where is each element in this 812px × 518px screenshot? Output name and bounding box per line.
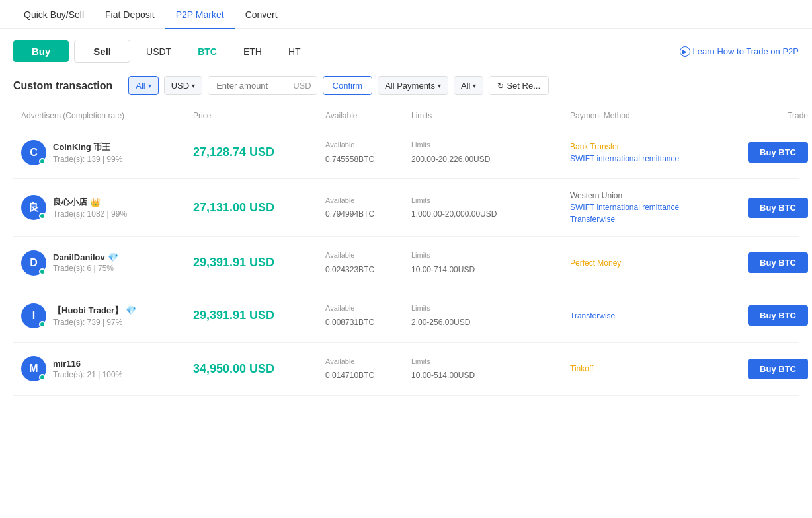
payment-method-item: Bank Transfer xyxy=(570,142,729,151)
chevron-down-icon: ▾ xyxy=(148,82,151,89)
advertiser-cell: C CoinKing 币王 Trade(s): 139 | 99% xyxy=(21,140,193,165)
advertiser-name: CoinKing 币王 xyxy=(53,141,122,153)
online-indicator xyxy=(39,268,46,275)
top-nav: Quick Buy/Sell Fiat Deposit P2P Market C… xyxy=(0,0,812,29)
limits-cell: Limits 10.00-714.00USD xyxy=(411,248,570,277)
table-body: C CoinKing 币王 Trade(s): 139 | 99% 27,128… xyxy=(13,126,799,396)
chevron-down-icon: ▾ xyxy=(438,82,441,89)
online-indicator xyxy=(39,158,46,165)
buy-btc-button[interactable]: Buy BTC xyxy=(748,359,808,379)
coin-tab-ht[interactable]: HT xyxy=(278,41,311,62)
price-cell: 29,391.91 USD xyxy=(193,256,325,270)
advertiser-info: DanilDanilov 💎 Trade(s): 6 | 75% xyxy=(53,252,118,273)
nav-item-quick-buy-sell[interactable]: Quick Buy/Sell xyxy=(13,0,95,29)
header-available: Available xyxy=(325,111,411,120)
buy-btc-button[interactable]: Buy BTC xyxy=(748,142,808,163)
trade-cell: Buy BTC xyxy=(729,142,808,163)
available-cell: Available 0.794994BTC xyxy=(325,194,411,222)
diamond-icon: 💎 xyxy=(108,252,118,262)
payment-methods-cell: Perfect Money xyxy=(570,258,729,268)
available-cell: Available 0.745558BTC xyxy=(325,138,411,166)
buy-button[interactable]: Buy xyxy=(13,40,69,62)
advertiser-info: CoinKing 币王 Trade(s): 139 | 99% xyxy=(53,141,122,164)
coin-tab-usdt[interactable]: USDT xyxy=(136,41,182,62)
payment-methods-cell: Transferwise xyxy=(570,311,729,320)
p2p-table: Advertisers (Completion rate) Price Avai… xyxy=(13,106,799,396)
table-row: M mir116 Trade(s): 21 | 100% 34,950.00 U… xyxy=(13,343,799,396)
online-indicator xyxy=(39,321,46,328)
trade-cell: Buy BTC xyxy=(729,305,808,326)
online-indicator xyxy=(39,213,46,219)
advertiser-cell: 良 良心小店 👑 Trade(s): 1082 | 99% xyxy=(21,195,193,220)
custom-transaction-title: Custom transaction xyxy=(13,80,112,92)
header-trade: Trade xyxy=(729,111,808,120)
advertiser-name: 【Huobi Trader】 💎 xyxy=(53,305,136,316)
play-icon: ▶ xyxy=(680,46,690,57)
coin-tab-btc[interactable]: BTC xyxy=(187,41,227,62)
advertiser-info: 良心小店 👑 Trade(s): 1082 | 99% xyxy=(53,196,127,219)
available-cell: Available 0.008731BTC xyxy=(325,301,411,330)
payment-method-item: Perfect Money xyxy=(570,258,729,268)
advertiser-cell: I 【Huobi Trader】 💎 Trade(s): 739 | 97% xyxy=(21,303,193,328)
avatar: 良 xyxy=(21,195,46,220)
advertiser-name: mir116 xyxy=(53,359,122,369)
advertiser-info: mir116 Trade(s): 21 | 100% xyxy=(53,359,122,379)
chevron-down-icon: ▾ xyxy=(473,82,476,89)
advertiser-stats: Trade(s): 1082 | 99% xyxy=(53,209,127,219)
advertiser-stats: Trade(s): 139 | 99% xyxy=(53,155,122,164)
advertiser-stats: Trade(s): 6 | 75% xyxy=(53,264,118,273)
sell-button[interactable]: Sell xyxy=(74,40,130,63)
table-row: I 【Huobi Trader】 💎 Trade(s): 739 | 97% 2… xyxy=(13,289,799,342)
currency-select[interactable]: USD ▾ xyxy=(164,76,202,95)
nav-item-fiat-deposit[interactable]: Fiat Deposit xyxy=(95,0,165,29)
payment-method-item: SWIFT international remittance xyxy=(570,154,729,163)
coin-tab-eth[interactable]: ETH xyxy=(233,41,272,62)
trade-cell: Buy BTC xyxy=(729,359,808,379)
online-indicator xyxy=(39,374,46,381)
trade-cell: Buy BTC xyxy=(729,252,808,273)
set-re-button[interactable]: ↻ Set Re... xyxy=(489,76,549,95)
trade-cell: Buy BTC xyxy=(729,198,808,218)
price-cell: 27,128.74 USD xyxy=(193,145,325,159)
avatar: C xyxy=(21,140,46,165)
chevron-down-icon: ▾ xyxy=(192,82,195,89)
table-header: Advertisers (Completion rate) Price Avai… xyxy=(13,106,799,126)
amount-currency-label: USD xyxy=(293,81,311,91)
nav-item-convert[interactable]: Convert xyxy=(235,0,288,29)
crown-icon: 👑 xyxy=(90,198,101,207)
avatar: I xyxy=(21,303,46,328)
limits-cell: Limits 200.00-20,226.00USD xyxy=(411,138,570,166)
advertiser-stats: Trade(s): 739 | 97% xyxy=(53,318,136,327)
advertiser-name: 良心小店 👑 xyxy=(53,196,127,208)
price-cell: 34,950.00 USD xyxy=(193,362,325,376)
advertiser-stats: Trade(s): 21 | 100% xyxy=(53,370,122,379)
available-cell: Available 0.014710BTC xyxy=(325,355,411,383)
price-cell: 27,131.00 USD xyxy=(193,201,325,215)
buy-btc-button[interactable]: Buy BTC xyxy=(748,252,808,273)
table-row: 良 良心小店 👑 Trade(s): 1082 | 99% 27,131.00 … xyxy=(13,179,799,237)
advertiser-cell: D DanilDanilov 💎 Trade(s): 6 | 75% xyxy=(21,250,193,276)
all-filter-select[interactable]: All ▾ xyxy=(128,76,158,95)
avatar: M xyxy=(21,356,46,381)
all-region-select[interactable]: All ▾ xyxy=(454,76,483,95)
amount-input[interactable] xyxy=(214,77,293,94)
nav-item-p2p-market[interactable]: P2P Market xyxy=(165,0,235,29)
all-payments-select[interactable]: All Payments ▾ xyxy=(378,76,448,95)
available-cell: Available 0.024323BTC xyxy=(325,248,411,277)
payment-method-item: Western Union xyxy=(570,191,729,200)
learn-link[interactable]: ▶ Learn How to Trade on P2P xyxy=(680,46,799,57)
payment-method-item: Transferwise xyxy=(570,311,729,320)
buy-btc-button[interactable]: Buy BTC xyxy=(748,198,808,218)
buy-btc-button[interactable]: Buy BTC xyxy=(748,305,808,326)
advertiser-name: DanilDanilov 💎 xyxy=(53,252,118,262)
confirm-button[interactable]: Confirm xyxy=(323,76,373,95)
payment-methods-cell: Western UnionSWIFT international remitta… xyxy=(570,191,729,224)
diamond-icon: 💎 xyxy=(126,305,136,315)
header-advertiser: Advertisers (Completion rate) xyxy=(21,111,193,120)
advertiser-info: 【Huobi Trader】 💎 Trade(s): 739 | 97% xyxy=(53,305,136,327)
refresh-icon: ↻ xyxy=(497,81,504,91)
header-price: Price xyxy=(193,111,325,120)
payment-methods-cell: Bank TransferSWIFT international remitta… xyxy=(570,142,729,163)
table-row: C CoinKing 币王 Trade(s): 139 | 99% 27,128… xyxy=(13,126,799,179)
limits-cell: Limits 10.00-514.00USD xyxy=(411,355,570,383)
